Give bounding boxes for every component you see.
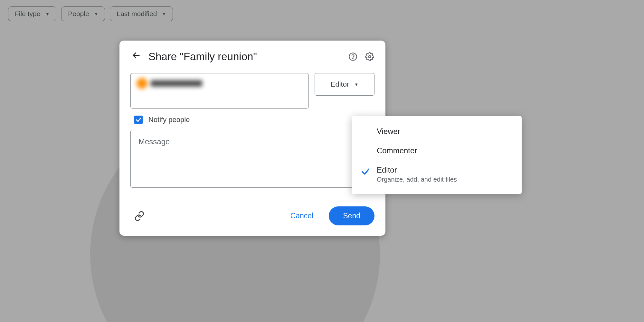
avatar bbox=[137, 78, 147, 89]
notify-label: Notify people bbox=[148, 116, 190, 124]
people-input[interactable] bbox=[130, 73, 309, 109]
svg-point-2 bbox=[353, 58, 353, 59]
back-button[interactable] bbox=[130, 50, 142, 63]
check-icon bbox=[361, 166, 377, 176]
role-option-label: Viewer bbox=[377, 127, 400, 136]
chevron-down-icon: ▼ bbox=[354, 82, 358, 87]
message-textarea[interactable]: Message bbox=[130, 130, 374, 188]
chevron-down-icon: ▼ bbox=[45, 11, 50, 16]
redacted-name bbox=[151, 80, 202, 87]
message-placeholder: Message bbox=[138, 137, 170, 146]
help-icon[interactable] bbox=[348, 52, 358, 62]
chevron-down-icon: ▼ bbox=[162, 11, 166, 16]
notify-row: Notify people bbox=[130, 116, 374, 124]
role-option-editor[interactable]: Editor Organize, add, and edit files bbox=[352, 160, 522, 188]
role-dropdown-label: Editor bbox=[331, 80, 349, 89]
cancel-button[interactable]: Cancel bbox=[281, 207, 323, 225]
role-option-commenter[interactable]: Commenter bbox=[352, 141, 522, 160]
filter-last-modified[interactable]: Last modified ▼ bbox=[110, 6, 173, 21]
filter-file-type[interactable]: File type ▼ bbox=[8, 6, 56, 21]
dialog-footer: Cancel Send bbox=[130, 206, 374, 225]
filter-label: Last modified bbox=[117, 10, 157, 18]
check-icon-slot bbox=[361, 146, 377, 147]
check-icon-slot bbox=[361, 127, 377, 128]
send-button[interactable]: Send bbox=[329, 206, 374, 225]
share-dialog: Share "Family reunion" Editor ▼ Notify p… bbox=[119, 41, 385, 236]
role-option-desc: Organize, add, and edit files bbox=[377, 176, 457, 183]
filter-label: File type bbox=[15, 10, 40, 18]
role-option-label: Editor bbox=[377, 166, 457, 175]
chevron-down-icon: ▼ bbox=[94, 11, 99, 16]
gear-icon[interactable] bbox=[365, 52, 374, 62]
role-option-label: Commenter bbox=[377, 146, 417, 155]
copy-link-button[interactable] bbox=[133, 210, 146, 223]
svg-point-3 bbox=[369, 55, 371, 58]
recipient-chip-redacted bbox=[137, 78, 202, 89]
notify-checkbox[interactable] bbox=[134, 116, 143, 124]
role-menu: Viewer Commenter Editor Organize, add, a… bbox=[352, 116, 522, 194]
role-dropdown[interactable]: Editor ▼ bbox=[315, 73, 374, 96]
role-option-viewer[interactable]: Viewer bbox=[352, 122, 522, 141]
filter-people[interactable]: People ▼ bbox=[61, 6, 105, 21]
dialog-header: Share "Family reunion" bbox=[130, 50, 374, 63]
dialog-title: Share "Family reunion" bbox=[148, 51, 342, 63]
filter-label: People bbox=[68, 10, 89, 18]
filter-bar: File type ▼ People ▼ Last modified ▼ bbox=[8, 6, 173, 21]
input-row: Editor ▼ bbox=[130, 73, 374, 109]
